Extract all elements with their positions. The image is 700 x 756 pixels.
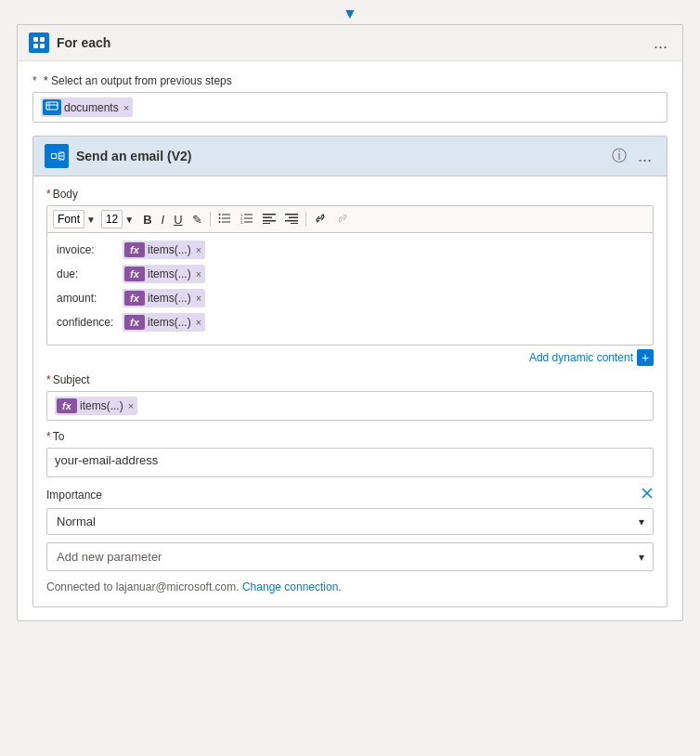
amount-tag-close[interactable]: ×: [196, 293, 201, 304]
documents-tag-label: documents: [64, 101, 119, 114]
italic-button[interactable]: I: [158, 211, 169, 228]
svg-rect-19: [222, 221, 230, 222]
to-input[interactable]: your-email-address: [46, 448, 654, 477]
italic-icon: I: [162, 213, 165, 227]
confidence-label: confidence:: [57, 316, 117, 329]
invoice-tag-close[interactable]: ×: [196, 244, 201, 255]
font-name-display[interactable]: Font: [53, 210, 84, 228]
send-email-header: Send an email (V2) ⓘ ...: [33, 137, 667, 176]
documents-icon: [45, 100, 58, 111]
svg-rect-25: [244, 221, 253, 222]
body-label-text: Body: [53, 188, 78, 201]
svg-rect-23: [244, 217, 253, 218]
unlink-svg: [336, 213, 349, 224]
for-each-body: * * Select an output from previous steps…: [18, 61, 682, 620]
due-tag-close[interactable]: ×: [196, 268, 201, 280]
for-each-icon-svg: [32, 36, 45, 49]
subject-input[interactable]: fx items(...) ×: [46, 391, 654, 421]
pen-button[interactable]: ✎: [188, 211, 206, 228]
svg-rect-31: [289, 216, 298, 218]
amount-label: amount:: [57, 292, 117, 305]
top-arrow: ▼: [0, 0, 700, 24]
unlink-icon: [336, 213, 349, 227]
svg-rect-28: [263, 220, 276, 222]
font-size-dropdown-arrow[interactable]: ▼: [124, 215, 134, 225]
bold-button[interactable]: B: [139, 211, 155, 228]
svg-rect-26: [263, 214, 276, 215]
svg-rect-32: [285, 220, 298, 222]
subject-tag-close[interactable]: ×: [128, 400, 134, 411]
subject-label-text: Subject: [53, 373, 90, 386]
down-arrow-icon: ▼: [343, 6, 357, 22]
underline-icon: U: [174, 213, 182, 227]
add-param-wrapper: Add new parameter ▾: [46, 542, 654, 571]
link-button[interactable]: [310, 211, 331, 228]
numbered-list-button[interactable]: 1. 2. 3.: [237, 211, 257, 228]
svg-point-14: [218, 214, 220, 215]
underline-button[interactable]: U: [170, 211, 186, 228]
subject-tag-text: items(...): [80, 399, 123, 412]
svg-rect-3: [40, 44, 45, 48]
bullet-list-icon: [218, 213, 231, 227]
change-connection-link[interactable]: Change connection.: [242, 580, 342, 593]
toolbar-font-size-selector: 12 ▼: [101, 210, 134, 228]
unlink-button[interactable]: [332, 211, 353, 228]
rich-text-area[interactable]: invoice: fx items(...) × due: fx items(.…: [46, 232, 654, 345]
numbered-list-svg: 1. 2. 3.: [240, 213, 253, 224]
body-section-label: * Body: [46, 188, 654, 201]
due-fx-badge: fx: [124, 267, 145, 281]
subject-fx-badge: fx: [57, 398, 77, 413]
body-row-amount: amount: fx items(...) ×: [57, 289, 643, 307]
font-size-display[interactable]: 12: [101, 210, 123, 228]
svg-rect-29: [263, 223, 270, 224]
add-dynamic-content-button[interactable]: Add dynamic content +: [529, 349, 654, 366]
svg-text:3.: 3.: [240, 220, 243, 224]
svg-rect-33: [291, 223, 298, 224]
toolbar-separator-1: [210, 212, 211, 227]
for-each-ellipsis-button[interactable]: ...: [650, 33, 671, 53]
body-row-due: due: fx items(...) ×: [57, 265, 643, 283]
svg-rect-27: [263, 216, 272, 218]
svg-rect-9: [52, 154, 56, 158]
svg-point-18: [218, 221, 220, 223]
bullet-list-button[interactable]: [214, 211, 235, 228]
send-email-ellipsis-button[interactable]: ...: [634, 147, 655, 166]
numbered-list-icon: 1. 2. 3.: [240, 213, 253, 227]
to-section-label: * To: [46, 430, 654, 443]
link-svg: [314, 213, 327, 224]
add-dynamic-plus-icon: +: [637, 349, 654, 366]
to-label-text: To: [53, 430, 65, 443]
importance-close-button[interactable]: [641, 487, 654, 502]
add-param-select[interactable]: Add new parameter: [46, 542, 654, 571]
svg-line-34: [318, 217, 322, 219]
svg-rect-2: [33, 44, 38, 48]
bold-icon: B: [143, 213, 151, 227]
amount-tag: fx items(...) ×: [123, 289, 205, 307]
svg-rect-0: [33, 37, 38, 42]
documents-tag: documents ×: [41, 98, 133, 117]
align-left-svg: [263, 213, 276, 224]
importance-select[interactable]: Normal Low High: [46, 508, 654, 535]
send-email-header-left: Send an email (V2): [45, 144, 191, 168]
subject-required-star: *: [46, 373, 51, 386]
align-left-button[interactable]: [259, 211, 279, 228]
to-required-star: *: [46, 430, 51, 443]
info-button[interactable]: ⓘ: [612, 147, 627, 166]
invoice-label: invoice:: [57, 243, 117, 256]
align-right-button[interactable]: [281, 211, 302, 228]
amount-fx-badge: fx: [124, 291, 145, 306]
for-each-header: For each ...: [18, 25, 682, 61]
required-star: *: [32, 74, 37, 87]
invoice-tag: fx items(...) ×: [123, 241, 205, 259]
importance-select-wrapper: Normal Low High ▾: [46, 508, 654, 535]
for-each-container: For each ... * * Select an output from p…: [17, 24, 683, 621]
documents-tag-close[interactable]: ×: [123, 102, 129, 113]
select-output-input[interactable]: documents ×: [32, 92, 668, 123]
toolbar-separator-2: [305, 212, 306, 227]
select-output-text: * Select an output from previous steps: [44, 74, 232, 87]
font-dropdown-arrow[interactable]: ▼: [86, 215, 96, 225]
importance-row: Importance: [46, 487, 654, 502]
link-icon: [314, 213, 327, 227]
confidence-tag-close[interactable]: ×: [196, 317, 201, 328]
importance-label: Importance: [46, 489, 102, 502]
